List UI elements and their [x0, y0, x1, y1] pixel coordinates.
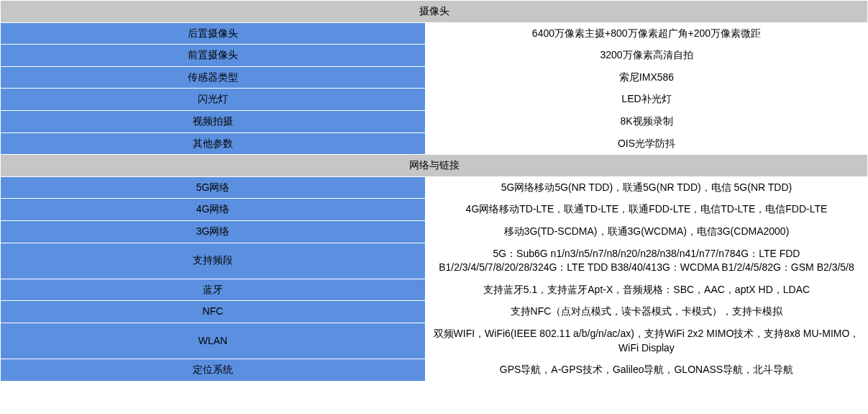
table-row: 视频拍摄8K视频录制 — [1, 110, 868, 132]
table-row: 后置摄像头6400万像素主摄+800万像素超广角+200万像素微距 — [1, 22, 868, 45]
table-row: 定位系统GPS导航，A-GPS技术，Galileo导航，GLONASS导航，北斗… — [1, 359, 868, 382]
spec-label: 5G网络 — [1, 176, 426, 199]
spec-label: 前置摄像头 — [1, 45, 426, 67]
spec-value: 3200万像素高清自拍 — [425, 45, 867, 67]
spec-value: 5G网络移动5G(NR TDD)，联通5G(NR TDD)，电信 5G(NR T… — [425, 176, 867, 199]
table-row: NFC支持NFC（点对点模式，读卡器模式，卡模式），支持卡模拟 — [1, 301, 868, 323]
spec-label: 支持频段 — [1, 243, 426, 279]
spec-table-body: 摄像头后置摄像头6400万像素主摄+800万像素超广角+200万像素微距前置摄像… — [1, 1, 868, 382]
spec-value: GPS导航，A-GPS技术，Galileo导航，GLONASS导航，北斗导航 — [425, 359, 867, 382]
spec-label: 闪光灯 — [1, 89, 426, 111]
spec-value: 索尼IMX586 — [425, 66, 867, 89]
spec-value: 移动3G(TD-SCDMA)，联通3G(WCDMA)，电信3G(CDMA2000… — [425, 220, 867, 243]
spec-label: WLAN — [1, 323, 426, 359]
spec-label: 定位系统 — [1, 359, 426, 382]
spec-label: 视频拍摄 — [1, 110, 426, 132]
spec-value: 5G：Sub6G n1/n3/n5/n7/n8/n20/n28/n38/n41/… — [425, 243, 867, 279]
table-row: 3G网络移动3G(TD-SCDMA)，联通3G(WCDMA)，电信3G(CDMA… — [1, 220, 868, 243]
table-row: 闪光灯LED补光灯 — [1, 89, 868, 111]
spec-label: 后置摄像头 — [1, 22, 426, 45]
spec-label: 3G网络 — [1, 220, 426, 243]
table-row: WLAN双频WIFI，WiFi6(IEEE 802.11 a/b/g/n/ac/… — [1, 323, 868, 359]
spec-label: 蓝牙 — [1, 279, 426, 301]
table-row: 支持频段5G：Sub6G n1/n3/n5/n7/n8/n20/n28/n38/… — [1, 243, 868, 279]
table-row: 5G网络5G网络移动5G(NR TDD)，联通5G(NR TDD)，电信 5G(… — [1, 176, 868, 199]
spec-value: 6400万像素主摄+800万像素超广角+200万像素微距 — [425, 22, 867, 45]
table-row: 传感器类型索尼IMX586 — [1, 66, 868, 89]
spec-table: 摄像头后置摄像头6400万像素主摄+800万像素超广角+200万像素微距前置摄像… — [0, 0, 868, 382]
table-row: 4G网络4G网络移动TD-LTE，联通TD-LTE，联通FDD-LTE，电信TD… — [1, 199, 868, 221]
table-row: 蓝牙支持蓝牙5.1，支持蓝牙Apt-X，音频规格：SBC，AAC，aptX HD… — [1, 279, 868, 301]
spec-value: 8K视频录制 — [425, 110, 867, 132]
spec-label: 传感器类型 — [1, 66, 426, 89]
table-row: 其他参数OIS光学防抖 — [1, 132, 868, 155]
table-row: 前置摄像头3200万像素高清自拍 — [1, 45, 868, 67]
section-header: 摄像头 — [1, 1, 868, 23]
spec-value: LED补光灯 — [425, 89, 867, 111]
spec-value: 双频WIFI，WiFi6(IEEE 802.11 a/b/g/n/ac/ax)，… — [425, 323, 867, 359]
section-header: 网络与链接 — [1, 155, 868, 177]
spec-value: 支持NFC（点对点模式，读卡器模式，卡模式），支持卡模拟 — [425, 301, 867, 323]
spec-value: OIS光学防抖 — [425, 132, 867, 155]
spec-value: 4G网络移动TD-LTE，联通TD-LTE，联通FDD-LTE，电信TD-LTE… — [425, 199, 867, 221]
spec-label: NFC — [1, 301, 426, 323]
spec-label: 其他参数 — [1, 132, 426, 155]
spec-label: 4G网络 — [1, 199, 426, 221]
spec-value: 支持蓝牙5.1，支持蓝牙Apt-X，音频规格：SBC，AAC，aptX HD，L… — [425, 279, 867, 301]
